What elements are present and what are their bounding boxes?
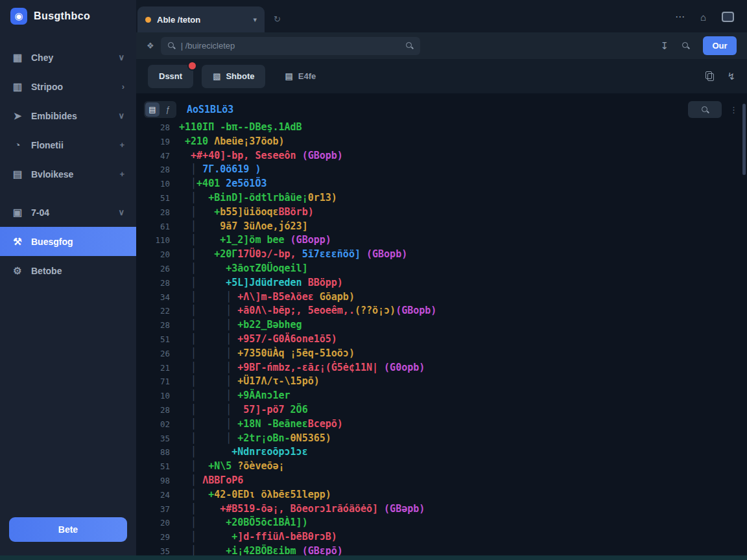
sidebar-item-embibides[interactable]: ➤Embibides∨ [0, 101, 136, 130]
list-view-icon[interactable]: ▤ [145, 102, 160, 117]
sidebar-item-betobe[interactable]: ⚙Betobe [0, 256, 136, 285]
line-content: │ +20Γ17Ü0ɔ/-bp, 5ī7εεεñöö] (GBopb) [179, 248, 407, 262]
more-icon[interactable]: ⋯ [675, 11, 685, 23]
plus-icon: + [119, 169, 124, 179]
line-number: 28 [136, 318, 179, 332]
code-line[interactable]: 20 │ +20BÖ5ōc1BÀ1]) [136, 516, 741, 530]
code-line[interactable]: 47 +#+40]-bp, Seseeôn (GBopb) [136, 149, 741, 163]
code-line[interactable]: 29 │ +]d-ffiüΛ-bēBθrɔB) [136, 530, 741, 544]
code-line[interactable]: 19 +210 Λbeüe¡37öob) [136, 135, 741, 149]
app-logo[interactable]: ◉ Busgthbco [0, 0, 136, 32]
line-number: 26 [136, 262, 179, 276]
code-line[interactable]: 22 │ │ +ā0Λ\-bēp;, 5eoeêm,.(??ö¡ɔ)(GBopb… [136, 304, 741, 318]
search-icon [701, 106, 709, 114]
code-line[interactable]: 24 │ +42-0EDι öλbēε51lepp) [136, 488, 741, 502]
code-line[interactable]: 34 │ │ +Λ\]m-B5eλöeε Gōapb) [136, 290, 741, 305]
line-number: 02 [136, 417, 179, 432]
chevron-down-icon[interactable]: ▾ [253, 16, 257, 24]
code-line[interactable]: 10 │+4Θ1 2e5ö1Ö3 [136, 177, 741, 191]
sidebar-item-bvloikese[interactable]: ▤Bvloikese+ [0, 159, 136, 189]
code-line[interactable]: 21 │ │ +9BΓ-ńmbz,-εāɾ¡(Ġ5ė¢11Ν| (G0opb) [136, 361, 741, 375]
code-line[interactable]: 10 │ │ +9ÄAnɔ1er [136, 389, 741, 403]
line-content: │ +]d-ffiüΛ-bēBθrɔB) [179, 530, 337, 544]
code-line[interactable]: 51 │ +N\5 ?ōèveōə¡ [136, 460, 741, 474]
code-line[interactable]: 28 │ │ 57]-pö7 2Ö6 [136, 403, 741, 417]
line-content: │ +Ndnrεoōpɔ1ɔε [179, 445, 308, 460]
app-title: Busgthbco [34, 10, 90, 22]
code-line[interactable]: 02 │ │ +18Ν -BeāneεBcepō) [136, 417, 741, 432]
line-content: +110IΠ -bπ--DBeş.1AdB [179, 121, 302, 135]
sidebar-bottom-button[interactable]: Bete [9, 517, 127, 542]
go-button[interactable]: Our [703, 36, 737, 55]
browser-tab[interactable]: Able /teton ▾ [137, 6, 265, 32]
line-content: │ │ +18Ν -BeāneεBcepō) [179, 417, 343, 432]
search-icon[interactable] [682, 41, 690, 50]
home-icon[interactable]: ⌂ [700, 12, 706, 23]
sidebar-item-buesgfog[interactable]: ⚒Buesgfog [0, 227, 136, 256]
search-icon[interactable] [405, 41, 414, 50]
file-name: AoS1BLö3 [187, 104, 233, 115]
kebab-menu-icon[interactable]: ⋮ [729, 105, 738, 115]
code-line[interactable]: 28+110IΠ -bπ--DBeş.1AdB [136, 121, 741, 135]
code-view-icon[interactable]: ƒ [161, 102, 175, 117]
code-line[interactable]: 26 │ │ +7350üÀq ¡5ēq-51oöɔ) [136, 347, 741, 361]
copy-icon[interactable] [706, 71, 714, 81]
line-number: 98 [136, 474, 179, 488]
line-number: 110 [136, 233, 179, 248]
toolbar-tab-dssnt[interactable]: Dssnt [148, 65, 193, 88]
line-number: 88 [136, 445, 179, 460]
line-number: 28 [136, 276, 179, 290]
line-content: │ +3āoτZ0Üoqeil] [179, 262, 308, 276]
code-line[interactable]: 37 │ +#B519-ōə¡, Bōeorɔ1rāóäöėō] (GBəpb) [136, 502, 741, 517]
chevron-down-icon: ∨ [118, 111, 124, 121]
app-window: ◉ Busgthbco ▦Chey∨▥Stripoo›➤Embibides∨◔F… [0, 0, 747, 560]
toolbar-tab-shbote[interactable]: ▧Shbote [202, 65, 265, 88]
url-input[interactable]: | /buirecicletep [161, 37, 420, 55]
code-line[interactable]: 26 │ +3āoτZ0Üoqeil] [136, 262, 741, 276]
code-line[interactable]: 110 │ +1_2]öm bee (GBopp) [136, 233, 741, 248]
line-content: │ │ +9ÄAnɔ1er [179, 389, 290, 403]
code-line[interactable]: 71 │ │ +Ü17Λ/τ-\15pō) [136, 375, 741, 389]
zap-icon[interactable]: ↯ [727, 71, 735, 82]
code-line[interactable]: 35 │ │ +2tr¡oBn-θN5365) [136, 432, 741, 446]
pointer-icon[interactable]: ❖ [147, 41, 154, 51]
line-content: │ │ +7350üÀq ¡5ēq-51oöɔ) [179, 347, 355, 361]
sidebar-item-7-04[interactable]: ▣7-04∨ [0, 198, 136, 227]
code-line[interactable]: 51 │ │ +957/-G0Ä6one1ō5) [136, 332, 741, 347]
sidebar: ◉ Busgthbco ▦Chey∨▥Stripoo›➤Embibides∨◔F… [0, 0, 136, 560]
sidebar-item-label: Stripoo [31, 82, 63, 92]
line-number: 51 [136, 191, 179, 205]
code-line[interactable]: 28 │ +b55]üiöoqεBBörb) [136, 205, 741, 220]
sidebar-item-flonetii[interactable]: ◔Flonetii+ [0, 130, 136, 159]
topbar-actions: ⋯ ⌂ [675, 11, 747, 32]
scrollbar-thumb[interactable] [742, 104, 746, 175]
line-number: 34 [136, 290, 179, 305]
code-line[interactable]: 28 │ 7Γ.0ö619 ) [136, 163, 741, 177]
line-number: 47 [136, 149, 179, 163]
window-icon[interactable] [722, 12, 734, 22]
line-number: 20 [136, 516, 179, 530]
sidebar-item-chey[interactable]: ▦Chey∨ [0, 43, 136, 72]
line-content: │ +N\5 ?ōèveōə¡ [179, 460, 285, 474]
clipboard-icon: ▤ [285, 71, 292, 81]
toolbar-tab-label: E4fe [298, 71, 316, 81]
sidebar-item-stripoo[interactable]: ▥Stripoo› [0, 72, 136, 101]
code-line[interactable]: 51 │ +BinD]-ödtlrbâüe¡0r13) [136, 191, 741, 205]
code-line[interactable]: 61 │ 9ā7 3üΛoe,jó23] [136, 220, 741, 234]
line-number: 20 [136, 248, 179, 262]
line-number: 19 [136, 135, 179, 149]
code-line[interactable]: 20 │ +20Γ17Ü0ɔ/-bp, 5ī7εεεñöö] (GBopb) [136, 248, 741, 262]
toolbar-tab-e4fe[interactable]: ▤E4fe [274, 65, 327, 88]
image-icon: ▧ [213, 71, 220, 81]
code-line[interactable]: 28 │ │ +b22_Bəbheg [136, 318, 741, 332]
code-line[interactable]: 88 │ +Ndnrεoōpɔ1ɔε [136, 445, 741, 460]
editor-search-button[interactable] [688, 101, 722, 118]
code-line[interactable]: 98 │ ΛBBΓoP6 [136, 474, 741, 488]
refresh-icon[interactable]: ↻ [274, 14, 281, 24]
code-line[interactable]: 28 │ +5L]Jdüdreden BBöpp) [136, 276, 741, 290]
line-content: │ +1_2]öm bee (GBopp) [179, 233, 331, 248]
sidebar-item-label: Flonetii [31, 140, 64, 150]
line-content: +#+40]-bp, Seseeôn (GBopb) [179, 149, 343, 163]
download-icon[interactable]: ↧ [660, 40, 669, 52]
line-number: 28 [136, 121, 179, 135]
